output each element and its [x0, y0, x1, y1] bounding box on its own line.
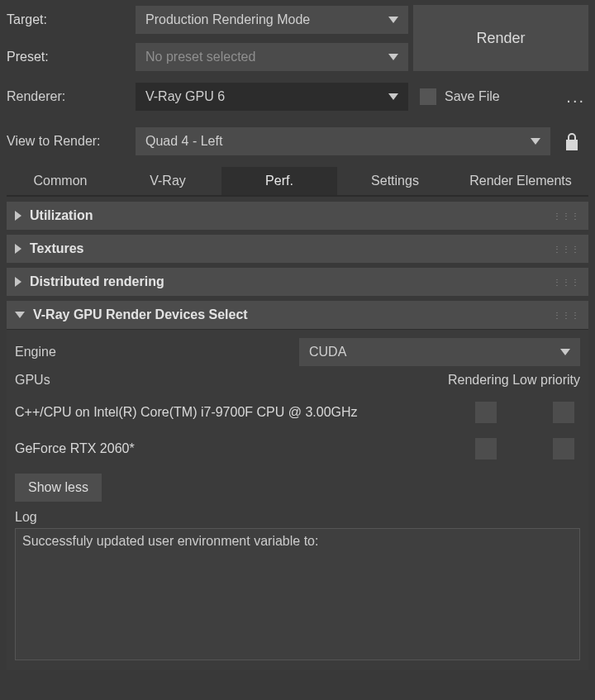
device-rendering-checkbox[interactable]	[475, 438, 497, 460]
chevron-down-icon	[560, 349, 570, 355]
save-file-checkbox[interactable]	[420, 88, 436, 105]
chevron-down-icon	[15, 312, 25, 318]
engine-value: CUDA	[309, 345, 346, 360]
view-to-render-dropdown[interactable]: Quad 4 - Left	[136, 127, 550, 155]
section-body-render-devices: Engine CUDA GPUs Rendering Low priority …	[7, 329, 588, 670]
preset-dropdown[interactable]: No preset selected	[136, 43, 408, 71]
tab-vray[interactable]: V-Ray	[114, 167, 221, 195]
device-row: GeForce RTX 2060*	[15, 431, 580, 467]
target-label: Target:	[7, 12, 131, 27]
target-value: Production Rendering Mode	[145, 12, 310, 27]
tab-perf[interactable]: Perf.	[221, 167, 337, 195]
lock-view-button[interactable]	[555, 127, 588, 155]
chevron-down-icon	[531, 138, 540, 145]
show-less-button[interactable]: Show less	[15, 474, 102, 502]
renderer-label: Renderer:	[7, 89, 131, 104]
tab-render-elements[interactable]: Render Elements	[453, 167, 588, 195]
section-header-textures[interactable]: Textures ⋮⋮⋮	[7, 235, 588, 263]
preset-value: No preset selected	[145, 50, 255, 64]
grip-icon: ⋮⋮⋮	[553, 245, 580, 254]
chevron-down-icon	[388, 93, 398, 100]
show-less-label: Show less	[28, 480, 88, 495]
renderer-dropdown[interactable]: V-Ray GPU 6	[136, 83, 408, 111]
device-low-priority-checkbox[interactable]	[553, 402, 574, 423]
tab-settings[interactable]: Settings	[337, 167, 453, 195]
section-title: V-Ray GPU Render Devices Select	[33, 307, 248, 322]
device-name: GeForce RTX 2060*	[15, 441, 469, 456]
device-name: C++/CPU on Intel(R) Core(TM) i7-9700F CP…	[15, 405, 469, 420]
section-header-render-devices[interactable]: V-Ray GPU Render Devices Select ⋮⋮⋮	[7, 301, 588, 329]
device-rendering-checkbox[interactable]	[475, 402, 497, 423]
chevron-down-icon	[388, 54, 398, 60]
section-header-distributed-rendering[interactable]: Distributed rendering ⋮⋮⋮	[7, 268, 588, 296]
save-file-label: Save File	[445, 89, 500, 104]
device-low-priority-checkbox[interactable]	[553, 438, 574, 460]
view-to-render-label: View to Render:	[7, 134, 131, 149]
render-setup-panel: Target: Production Rendering Mode Render…	[0, 0, 595, 700]
view-to-render-value: Quad 4 - Left	[145, 134, 222, 149]
save-file-browse-button[interactable]: ...	[563, 88, 588, 107]
log-output: Successfuly updated user environment var…	[15, 528, 580, 660]
priority-columns-label: Rendering Low priority	[448, 373, 580, 388]
section-title: Textures	[30, 241, 84, 256]
device-row: C++/CPU on Intel(R) Core(TM) i7-9700F CP…	[15, 394, 580, 431]
tabs-bar: Common V-Ray Perf. Settings Render Eleme…	[7, 167, 588, 197]
chevron-right-icon	[15, 277, 21, 287]
preset-label: Preset:	[7, 50, 131, 64]
chevron-down-icon	[388, 17, 398, 23]
section-header-utilization[interactable]: Utilization ⋮⋮⋮	[7, 202, 588, 230]
renderer-value: V-Ray GPU 6	[145, 89, 225, 104]
render-button-label: Render	[476, 30, 525, 47]
chevron-right-icon	[15, 211, 21, 221]
target-dropdown[interactable]: Production Rendering Mode	[136, 6, 408, 34]
section-title: Distributed rendering	[30, 274, 164, 289]
log-label: Log	[15, 510, 580, 525]
engine-label: Engine	[15, 345, 291, 360]
grip-icon: ⋮⋮⋮	[553, 212, 580, 221]
lock-icon	[564, 132, 580, 150]
render-button[interactable]: Render	[413, 5, 588, 71]
grip-icon: ⋮⋮⋮	[553, 311, 580, 320]
gpus-label: GPUs	[15, 373, 50, 388]
chevron-right-icon	[15, 244, 21, 254]
engine-dropdown[interactable]: CUDA	[299, 338, 580, 366]
tab-common[interactable]: Common	[7, 167, 114, 195]
log-line: Successfuly updated user environment var…	[22, 534, 318, 548]
grip-icon: ⋮⋮⋮	[553, 278, 580, 287]
section-title: Utilization	[30, 208, 93, 223]
